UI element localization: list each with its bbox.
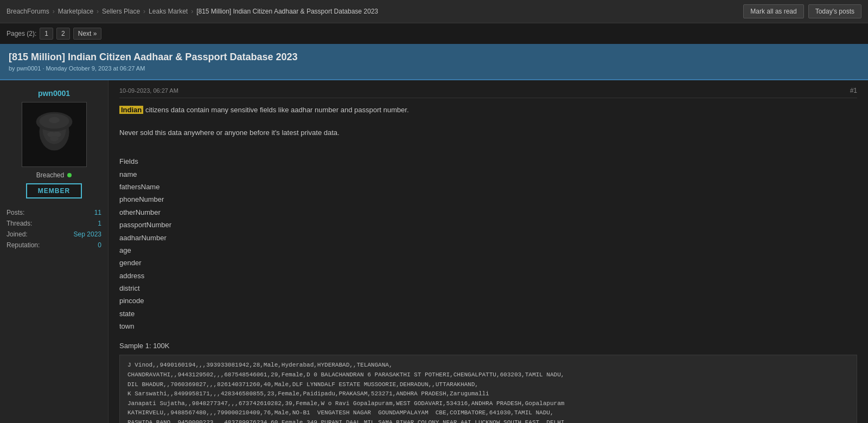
post-meta-line: 10-09-2023, 06:27 AM #1 bbox=[119, 87, 857, 98]
next-page-button[interactable]: Next » bbox=[73, 28, 102, 40]
field-othernumber: otherNumber bbox=[119, 206, 857, 219]
field-gender: gender bbox=[119, 257, 857, 269]
field-district: district bbox=[119, 282, 857, 294]
page-2-button[interactable]: 2 bbox=[56, 28, 70, 40]
post-container: pwn0001 bbox=[0, 80, 868, 423]
field-passportnumber: passportNumber bbox=[119, 219, 857, 231]
breadcrumb-sep-1: › bbox=[53, 8, 55, 15]
field-age: age bbox=[119, 244, 857, 257]
field-town: town bbox=[119, 320, 857, 332]
status-label: Breached bbox=[36, 171, 64, 179]
thread-header: [815 Million] Indian Citizen Aadhaar & P… bbox=[0, 44, 868, 80]
highlight-indian: Indian bbox=[119, 106, 143, 114]
page-1-button[interactable]: 1 bbox=[40, 28, 53, 40]
fields-header: Fields bbox=[119, 155, 857, 168]
reputation-label: Reputation: bbox=[7, 241, 40, 249]
user-stats: Posts: 11 Threads: 1 Joined: Sep 2023 Re… bbox=[7, 207, 101, 251]
stats-threads: Threads: 1 bbox=[7, 218, 101, 229]
thread-meta: by pwn0001 · Monday October 9, 2023 at 0… bbox=[9, 65, 859, 72]
pagination-label: Pages (2): bbox=[7, 30, 36, 37]
breadcrumb-item-marketplace[interactable]: Marketplace bbox=[58, 8, 93, 15]
field-name: name bbox=[119, 168, 857, 181]
field-address: address bbox=[119, 270, 857, 282]
field-pincode: pincode bbox=[119, 294, 857, 307]
breadcrumb-item-leaks-market[interactable]: Leaks Market bbox=[149, 8, 188, 15]
post-body: Indian citizens data contain many sensit… bbox=[119, 105, 857, 423]
avatar bbox=[22, 102, 87, 167]
field-phonenumber: phoneNumber bbox=[119, 193, 857, 206]
svg-point-11 bbox=[50, 136, 59, 142]
breadcrumb-item-sellers-place[interactable]: Sellers Place bbox=[102, 8, 140, 15]
fields-block: Fields name fathersName phoneNumber othe… bbox=[119, 155, 857, 332]
breadcrumb: BreachForums › Marketplace › Sellers Pla… bbox=[7, 8, 378, 15]
joined-value: Sep 2023 bbox=[74, 230, 101, 238]
stats-posts: Posts: 11 bbox=[7, 207, 101, 218]
breadcrumb-sep-3: › bbox=[143, 8, 145, 15]
threads-value: 1 bbox=[98, 220, 101, 227]
post-intro: Indian citizens data contain many sensit… bbox=[119, 105, 857, 116]
posts-value: 11 bbox=[94, 209, 101, 216]
breadcrumb-sep-2: › bbox=[97, 8, 99, 15]
field-fathersname: fathersName bbox=[119, 181, 857, 193]
pagination-bar: Pages (2): 1 2 Next » bbox=[0, 23, 868, 44]
field-aadharnumber: aadharNumber bbox=[119, 232, 857, 244]
breadcrumb-current: [815 Million] Indian Citizen Aadhaar & P… bbox=[196, 8, 378, 15]
breadcrumb-sep-4: › bbox=[191, 8, 193, 15]
todays-posts-button[interactable]: Today's posts bbox=[808, 4, 861, 18]
status-dot bbox=[67, 173, 72, 177]
reputation-value: 0 bbox=[98, 241, 101, 249]
joined-label: Joined: bbox=[7, 230, 28, 238]
user-panel: pwn0001 bbox=[0, 80, 108, 423]
post-content-area: 10-09-2023, 06:27 AM #1 Indian citizens … bbox=[108, 80, 868, 423]
mark-all-read-button[interactable]: Mark all as read bbox=[743, 4, 803, 18]
post-date: 10-09-2023, 06:27 AM bbox=[119, 87, 178, 94]
stats-reputation: Reputation: 0 bbox=[7, 240, 101, 251]
never-sold-text: Never sold this data anywhere or anyone … bbox=[119, 127, 857, 139]
post-intro-text: citizens data contain many sensitive fie… bbox=[143, 106, 409, 114]
username[interactable]: pwn0001 bbox=[38, 89, 70, 98]
stats-joined: Joined: Sep 2023 bbox=[7, 229, 101, 240]
post-number: #1 bbox=[850, 87, 857, 94]
sample-data-block: J Vinod,,9490160194,,,393933081942,28,Ma… bbox=[119, 355, 857, 423]
user-badge: MEMBER bbox=[26, 183, 82, 198]
posts-label: Posts: bbox=[7, 209, 24, 216]
user-status: Breached bbox=[36, 171, 72, 179]
svg-point-14 bbox=[49, 117, 60, 124]
threads-label: Threads: bbox=[7, 220, 32, 227]
breadcrumb-item-breachforums[interactable]: BreachForums bbox=[7, 8, 49, 15]
breadcrumb-bar: BreachForums › Marketplace › Sellers Pla… bbox=[0, 0, 868, 23]
sample-label: Sample 1: 100K bbox=[119, 341, 857, 352]
field-state: state bbox=[119, 307, 857, 320]
header-actions: Mark all as read Today's posts bbox=[743, 4, 861, 18]
thread-title: [815 Million] Indian Citizen Aadhaar & P… bbox=[9, 52, 859, 63]
